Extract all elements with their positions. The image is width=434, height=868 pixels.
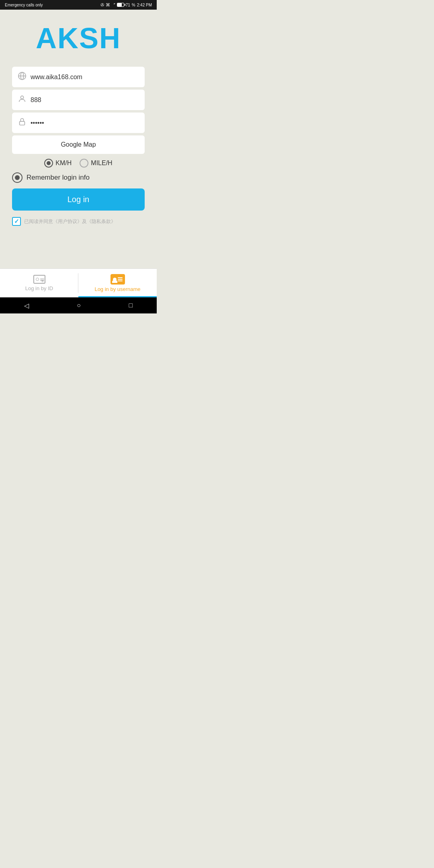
vibrate-icon: 〞 [112,2,115,8]
password-input-row [12,113,145,133]
speed-unit-row: KM/H MILE/H [12,159,145,168]
app-logo: AKSH [36,22,121,55]
nav-bar: ◁ ○ □ [0,297,157,313]
home-button[interactable]: ○ [77,302,81,309]
server-input[interactable] [31,74,139,81]
bottom-tab-bar: ID Log in by ID Log in by username [0,268,157,297]
remember-label: Remember login info [27,174,90,182]
main-content: AKSH [0,10,157,268]
svg-point-3 [20,96,23,99]
time-display: 2:42 PM [137,3,152,7]
mileh-label: MILE/H [91,160,112,167]
remember-row: Remember login info [12,172,145,183]
username-input[interactable] [31,96,139,104]
lock-icon [18,117,27,128]
kmh-option[interactable]: KM/H [44,159,72,168]
username-card-lines [118,277,123,281]
agreement-text: 已阅读并同意《用户协议》及《隐私条款》 [24,218,116,225]
status-carrier: Emergency calls only [5,3,43,7]
status-bar: Emergency calls only ✇ ⌘ 〞 71% 2:42 PM [0,0,157,10]
globe-icon [18,72,27,82]
username-card-icon [111,274,125,285]
tab-login-by-id-label: Log in by ID [25,285,53,291]
tab-login-by-username[interactable]: Log in by username [78,269,157,297]
agreement-checkbox[interactable] [12,217,21,226]
kmh-radio[interactable] [44,159,53,168]
id-card-icon: ID [33,275,45,284]
id-card-avatar [36,278,39,281]
username-avatar-icon [113,278,117,281]
username-input-row [12,90,145,110]
agreement-row: 已阅读并同意《用户协议》及《隐私条款》 [12,217,145,226]
login-button[interactable]: Log in [12,188,145,211]
remember-radio[interactable] [12,172,23,183]
login-form: Google Map KM/H MILE/H Remember login in… [12,67,145,226]
tab-login-by-username-label: Log in by username [94,286,140,292]
back-button[interactable]: ◁ [24,302,29,309]
signal-icon: ✇ [100,2,104,8]
user-icon [18,94,27,105]
svg-rect-4 [20,121,25,125]
password-input[interactable] [31,119,139,127]
mileh-radio[interactable] [80,159,88,168]
battery-icon [117,3,124,7]
mileh-option[interactable]: MILE/H [80,159,112,168]
kmh-label: KM/H [55,160,72,167]
id-text: ID [42,280,44,283]
recent-button[interactable]: □ [129,302,133,309]
battery-percent: 71 [126,3,130,7]
tab-login-by-id[interactable]: ID Log in by ID [0,269,78,297]
map-type-selector[interactable]: Google Map [12,135,145,154]
wifi-icon: ⌘ [106,2,110,8]
server-input-row [12,67,145,87]
status-right: ✇ ⌘ 〞 71% 2:42 PM [100,2,152,8]
